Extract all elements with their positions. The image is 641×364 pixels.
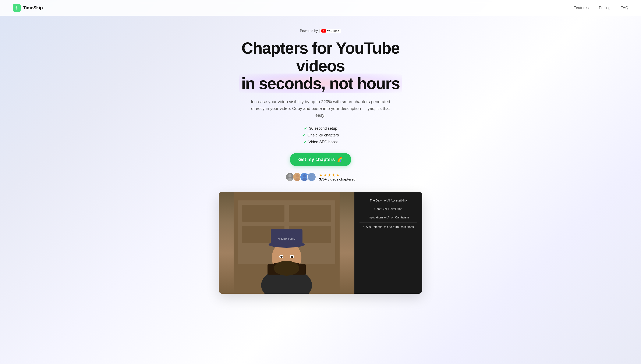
hero-title-line1: Chapters for YouTube videos	[241, 39, 399, 75]
svg-rect-12	[289, 205, 331, 222]
video-thumbnail: ACQUISITION.COM	[219, 192, 354, 294]
svg-point-6	[302, 178, 307, 181]
cta-button[interactable]: Get my chapters 🌈	[290, 153, 351, 166]
features-list: ✓ 30 second setup ✓ One click chapters ✓…	[4, 126, 637, 144]
bullet-icon: •	[363, 225, 364, 228]
svg-rect-11	[242, 205, 284, 222]
logo-text: TimeSkip	[23, 5, 43, 10]
feature-label-2: One click chapters	[307, 133, 339, 138]
nav-features[interactable]: Features	[573, 6, 589, 10]
svg-point-4	[295, 178, 300, 181]
nav-pricing[interactable]: Pricing	[599, 6, 610, 10]
navbar: TimeSkip Features Pricing FAQ	[0, 0, 641, 16]
svg-text:ACQUISITION.COM: ACQUISITION.COM	[278, 238, 295, 240]
svg-point-26	[279, 261, 294, 266]
powered-by-label: Powered by	[300, 29, 318, 33]
check-icon-2: ✓	[302, 133, 305, 138]
svg-point-24	[291, 256, 293, 258]
feature-label-1: 30 second setup	[309, 126, 337, 131]
video-preview: ACQUISITION.COM The Dawn of AI Accessibi…	[219, 192, 422, 294]
svg-point-8	[309, 178, 314, 181]
hero-section: Powered by YouTube Chapters for YouTube …	[0, 16, 641, 302]
svg-point-5	[303, 174, 306, 177]
chapter-item-1[interactable]: The Dawn of AI Accessibility	[359, 196, 418, 205]
hero-title-line2: in seconds, not hours	[241, 74, 400, 92]
feature-1: ✓ 30 second setup	[304, 126, 337, 131]
feature-2: ✓ One click chapters	[302, 133, 339, 138]
svg-point-3	[295, 174, 299, 177]
chapters-panel: The Dawn of AI Accessibility Chat GPT Re…	[354, 192, 422, 294]
cta-button-label: Get my chapters	[298, 157, 335, 162]
svg-rect-18	[271, 229, 302, 246]
svg-point-7	[310, 174, 313, 177]
social-proof: ★★★★★ 375+ videos chaptered	[286, 172, 355, 181]
video-count: 375+ videos chaptered	[319, 178, 355, 181]
hero-subtitle: Increase your video visibility by up to …	[248, 98, 393, 119]
svg-point-1	[288, 174, 291, 177]
logo-icon	[13, 4, 21, 12]
chapter-item-2[interactable]: Chat GPT Revolution	[359, 205, 418, 213]
hero-title: Chapters for YouTube videos in seconds, …	[225, 39, 416, 92]
youtube-label: YouTube	[327, 29, 339, 33]
nav-links: Features Pricing FAQ	[573, 6, 628, 10]
chapters-list: The Dawn of AI Accessibility Chat GPT Re…	[359, 196, 418, 290]
powered-by: Powered by YouTube	[4, 28, 637, 33]
avatar-4	[307, 172, 316, 181]
feature-label-3: Video SEO boost	[309, 140, 338, 144]
feature-3: ✓ Video SEO boost	[303, 140, 338, 144]
star-rating: ★★★★★	[319, 172, 340, 178]
svg-point-23	[280, 256, 283, 258]
cta-button-emoji: 🌈	[337, 157, 343, 162]
chapter-item-4[interactable]: • AI's Potential to Overturn Institution…	[359, 222, 418, 231]
video-person: ACQUISITION.COM	[219, 192, 354, 294]
proof-text: ★★★★★ 375+ videos chaptered	[319, 172, 355, 181]
nav-faq[interactable]: FAQ	[621, 6, 628, 10]
chapter-item-3[interactable]: Implications of AI on Capitalism	[359, 213, 418, 222]
svg-point-2	[287, 178, 293, 181]
youtube-badge: YouTube	[319, 28, 341, 33]
avatar-group	[286, 172, 316, 181]
check-icon-1: ✓	[304, 126, 307, 131]
check-icon-3: ✓	[303, 140, 307, 144]
logo[interactable]: TimeSkip	[13, 4, 43, 12]
